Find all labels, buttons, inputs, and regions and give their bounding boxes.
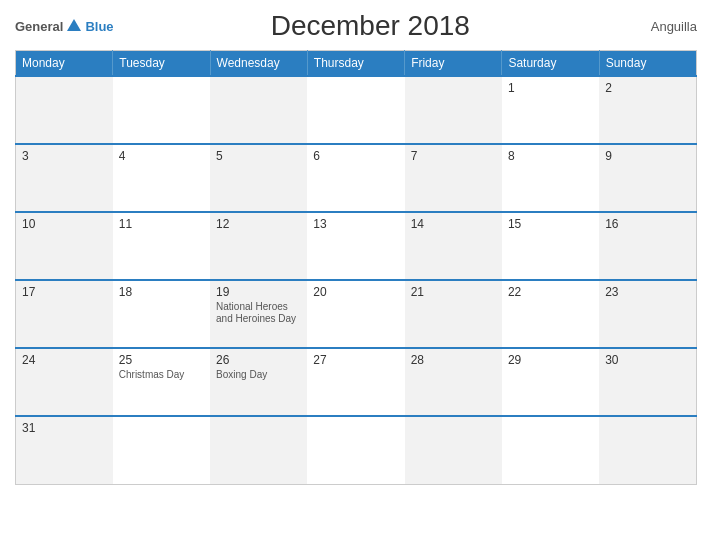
day-number: 24: [22, 353, 107, 367]
day-number: 4: [119, 149, 204, 163]
logo: General Blue: [15, 17, 114, 35]
day-number: 5: [216, 149, 301, 163]
day-number: 23: [605, 285, 690, 299]
day-number: 7: [411, 149, 496, 163]
calendar-day-cell: 8: [502, 144, 599, 212]
calendar-day-cell: 17: [16, 280, 113, 348]
day-number: 1: [508, 81, 593, 95]
calendar-day-cell: 5: [210, 144, 307, 212]
calendar-day-cell: 13: [307, 212, 404, 280]
holiday-label: National Heroes and Heroines Day: [216, 301, 301, 325]
calendar-day-cell: [599, 416, 696, 484]
day-number: 22: [508, 285, 593, 299]
day-number: 17: [22, 285, 107, 299]
calendar-week-row: 12: [16, 76, 697, 144]
calendar-day-cell: [113, 76, 210, 144]
day-number: 29: [508, 353, 593, 367]
calendar-table: Monday Tuesday Wednesday Thursday Friday…: [15, 50, 697, 485]
calendar-day-cell: 26Boxing Day: [210, 348, 307, 416]
calendar-day-cell: 29: [502, 348, 599, 416]
day-number: 14: [411, 217, 496, 231]
calendar-day-cell: [210, 76, 307, 144]
calendar-day-cell: 21: [405, 280, 502, 348]
day-number: 8: [508, 149, 593, 163]
header-thursday: Thursday: [307, 51, 404, 77]
logo-icon: [65, 17, 83, 35]
logo-general-text: General: [15, 19, 63, 34]
day-number: 26: [216, 353, 301, 367]
calendar-day-cell: 28: [405, 348, 502, 416]
calendar-day-cell: [405, 76, 502, 144]
calendar-day-cell: [307, 416, 404, 484]
day-number: 30: [605, 353, 690, 367]
day-number: 20: [313, 285, 398, 299]
calendar-day-cell: 19National Heroes and Heroines Day: [210, 280, 307, 348]
svg-marker-0: [67, 19, 81, 31]
calendar-title: December 2018: [114, 10, 627, 42]
calendar-day-cell: 31: [16, 416, 113, 484]
day-number: 11: [119, 217, 204, 231]
calendar-day-cell: 22: [502, 280, 599, 348]
calendar-day-cell: 1: [502, 76, 599, 144]
day-number: 18: [119, 285, 204, 299]
calendar-day-cell: 12: [210, 212, 307, 280]
calendar-day-cell: [405, 416, 502, 484]
calendar-day-cell: 9: [599, 144, 696, 212]
calendar-week-row: 3456789: [16, 144, 697, 212]
day-number: 16: [605, 217, 690, 231]
calendar-day-cell: 11: [113, 212, 210, 280]
day-number: 28: [411, 353, 496, 367]
logo-blue-text: Blue: [85, 19, 113, 34]
day-number: 15: [508, 217, 593, 231]
header-saturday: Saturday: [502, 51, 599, 77]
day-number: 19: [216, 285, 301, 299]
calendar-page: General Blue December 2018 Anguilla Mond…: [0, 0, 712, 550]
calendar-day-cell: 2: [599, 76, 696, 144]
calendar-day-cell: 23: [599, 280, 696, 348]
day-number: 3: [22, 149, 107, 163]
day-number: 10: [22, 217, 107, 231]
calendar-day-cell: 16: [599, 212, 696, 280]
day-number: 2: [605, 81, 690, 95]
calendar-day-cell: [307, 76, 404, 144]
header-friday: Friday: [405, 51, 502, 77]
calendar-day-cell: [113, 416, 210, 484]
calendar-day-cell: 24: [16, 348, 113, 416]
header-monday: Monday: [16, 51, 113, 77]
calendar-day-cell: [210, 416, 307, 484]
day-number: 6: [313, 149, 398, 163]
calendar-header: General Blue December 2018 Anguilla: [15, 10, 697, 42]
calendar-day-cell: 7: [405, 144, 502, 212]
calendar-day-cell: 4: [113, 144, 210, 212]
day-number: 12: [216, 217, 301, 231]
weekday-header-row: Monday Tuesday Wednesday Thursday Friday…: [16, 51, 697, 77]
day-number: 9: [605, 149, 690, 163]
day-number: 27: [313, 353, 398, 367]
calendar-week-row: 171819National Heroes and Heroines Day20…: [16, 280, 697, 348]
calendar-day-cell: 18: [113, 280, 210, 348]
calendar-day-cell: 27: [307, 348, 404, 416]
country-label: Anguilla: [627, 19, 697, 34]
calendar-day-cell: 25Christmas Day: [113, 348, 210, 416]
calendar-day-cell: 20: [307, 280, 404, 348]
calendar-day-cell: 30: [599, 348, 696, 416]
holiday-label: Boxing Day: [216, 369, 301, 381]
calendar-day-cell: 3: [16, 144, 113, 212]
calendar-day-cell: 6: [307, 144, 404, 212]
calendar-week-row: 2425Christmas Day26Boxing Day27282930: [16, 348, 697, 416]
header-sunday: Sunday: [599, 51, 696, 77]
day-number: 25: [119, 353, 204, 367]
holiday-label: Christmas Day: [119, 369, 204, 381]
calendar-day-cell: [502, 416, 599, 484]
header-tuesday: Tuesday: [113, 51, 210, 77]
calendar-day-cell: 10: [16, 212, 113, 280]
calendar-week-row: 31: [16, 416, 697, 484]
header-wednesday: Wednesday: [210, 51, 307, 77]
calendar-day-cell: 15: [502, 212, 599, 280]
calendar-day-cell: [16, 76, 113, 144]
calendar-week-row: 10111213141516: [16, 212, 697, 280]
day-number: 13: [313, 217, 398, 231]
calendar-day-cell: 14: [405, 212, 502, 280]
day-number: 21: [411, 285, 496, 299]
day-number: 31: [22, 421, 107, 435]
